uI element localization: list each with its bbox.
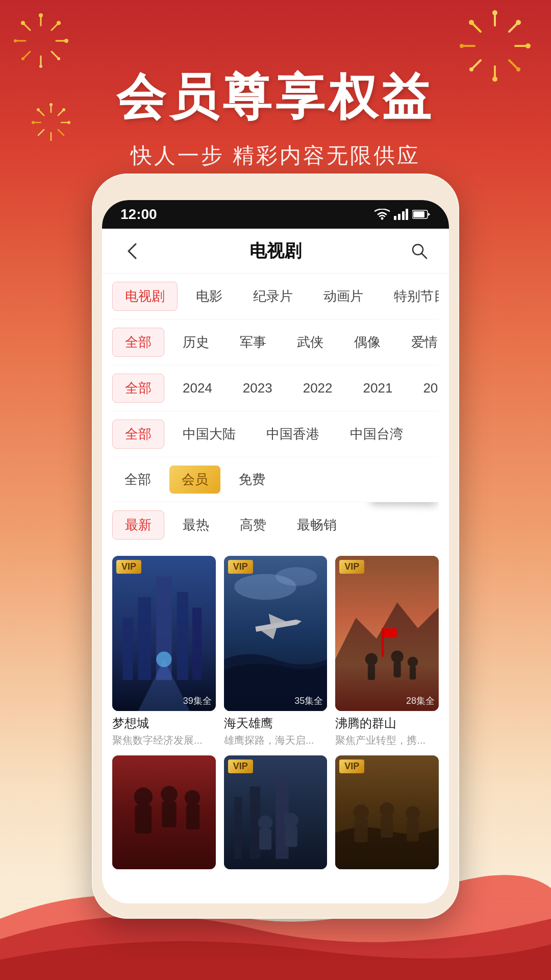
svg-point-91 <box>380 802 394 817</box>
filter-tag-all-member[interactable]: 全部 <box>112 465 163 494</box>
svg-point-76 <box>161 786 177 802</box>
back-button[interactable] <box>117 237 146 265</box>
status-time: 12:00 <box>120 206 157 223</box>
poster-6: VIP <box>335 755 439 869</box>
svg-rect-58 <box>177 592 188 680</box>
filter-tag-vip-member[interactable]: 会员 <box>169 465 220 494</box>
app-header: 电视剧 <box>102 229 449 274</box>
svg-point-69 <box>408 657 418 667</box>
svg-rect-70 <box>410 667 416 679</box>
svg-rect-56 <box>138 597 151 680</box>
svg-rect-87 <box>285 826 297 847</box>
svg-point-78 <box>185 790 200 805</box>
filter-tag-hottest[interactable]: 最热 <box>170 511 221 539</box>
card-2-vip-badge: VIP <box>228 560 253 574</box>
card-3-vip-badge: VIP <box>339 560 364 574</box>
svg-point-74 <box>134 788 153 806</box>
svg-rect-90 <box>355 819 368 843</box>
svg-rect-79 <box>186 804 199 829</box>
card-3-episode-count: 28集全 <box>406 695 435 707</box>
card-3-desc: 聚焦产业转型，携... <box>335 733 439 747</box>
filter-tag-movie[interactable]: 电影 <box>184 282 235 310</box>
filter-tag-newest[interactable]: 最新 <box>112 510 164 540</box>
filter-tag-more-years[interactable]: 20 <box>411 375 439 401</box>
content-card-5[interactable]: VIP <box>224 755 328 869</box>
content-card-4[interactable] <box>112 755 216 869</box>
svg-rect-55 <box>122 618 133 680</box>
card-1-desc: 聚焦数字经济发展... <box>112 733 216 747</box>
poster-1: VIP 39集全 <box>112 556 216 711</box>
filter-tag-free[interactable]: 免费 <box>227 465 278 494</box>
content-grid: VIP 39集全 梦想城 聚焦数字经济发展... <box>102 548 449 877</box>
svg-rect-51 <box>413 211 424 217</box>
svg-point-67 <box>391 650 404 663</box>
filter-tag-all-genre[interactable]: 全部 <box>112 328 164 357</box>
card-2-title: 海天雄鹰 <box>224 715 328 731</box>
filter-tag-idol[interactable]: 偶像 <box>342 328 393 356</box>
page-title: 电视剧 <box>249 239 302 263</box>
filter-tag-documentary[interactable]: 纪录片 <box>241 282 305 310</box>
svg-rect-66 <box>368 665 375 680</box>
svg-rect-68 <box>394 662 401 677</box>
filter-tag-bestselling[interactable]: 最畅销 <box>285 511 349 539</box>
content-card-2[interactable]: VIP 35集全 海天雄鹰 雄鹰探路，海天启... <box>224 556 328 747</box>
phone-screen: 12:00 <box>102 200 449 903</box>
sub-title: 快人一步 精彩内容无限供应 <box>131 141 420 170</box>
year-filter-row: 全部 2024 2023 2022 2021 20 <box>112 365 439 411</box>
signal-icon <box>394 209 408 220</box>
svg-point-60 <box>156 651 171 667</box>
filter-tag-tw[interactable]: 中国台湾 <box>338 420 415 448</box>
filter-tag-drama[interactable]: 电视剧 <box>112 282 178 311</box>
content-card-3[interactable]: VIP 28集全 沸腾的群山 聚焦产业转型，携... <box>335 556 439 747</box>
filter-tag-all-year[interactable]: 全部 <box>112 374 164 403</box>
poster-4 <box>112 755 216 869</box>
svg-point-45 <box>381 217 384 220</box>
card-1-vip-badge: VIP <box>116 560 141 574</box>
svg-rect-77 <box>162 801 176 827</box>
svg-point-63 <box>276 567 317 585</box>
svg-point-93 <box>406 806 420 820</box>
card-5-vip-badge: VIP <box>228 760 253 773</box>
card-1-title: 梦想城 <box>112 715 216 731</box>
phone-mockup: 12:00 <box>92 174 459 919</box>
svg-rect-72 <box>384 628 397 638</box>
content-card-1[interactable]: VIP 39集全 梦想城 聚焦数字经济发展... <box>112 556 216 747</box>
svg-rect-81 <box>234 797 242 859</box>
card-3-title: 沸腾的群山 <box>335 715 439 731</box>
svg-rect-59 <box>192 607 202 680</box>
svg-point-86 <box>284 813 298 827</box>
svg-rect-75 <box>135 805 152 834</box>
filter-tag-military[interactable]: 军事 <box>228 328 279 356</box>
svg-rect-92 <box>381 816 393 838</box>
filter-tag-2022[interactable]: 2022 <box>291 375 345 401</box>
battery-icon <box>412 209 431 219</box>
filter-tag-romance[interactable]: 爱情 <box>399 328 439 356</box>
filter-tag-2024[interactable]: 2024 <box>170 375 224 401</box>
filter-tag-animation[interactable]: 动画片 <box>311 282 375 310</box>
status-icons <box>374 209 431 220</box>
filter-tag-2023[interactable]: 2023 <box>231 375 285 401</box>
svg-point-65 <box>365 653 378 666</box>
content-card-6[interactable]: VIP <box>335 755 439 869</box>
region-filter-row: 全部 中国大陆 中国香港 中国台湾 <box>112 411 439 457</box>
poster-3: VIP 28集全 <box>335 556 439 711</box>
svg-rect-47 <box>398 214 400 220</box>
membership-filter-row: 全部 会员 免费 <box>112 457 439 502</box>
sort-filter-row: 最新 最热 高赞 最畅销 VIP <box>112 502 439 548</box>
filter-tag-hk[interactable]: 中国香港 <box>254 420 332 448</box>
svg-rect-71 <box>382 628 384 657</box>
filter-tag-mainland[interactable]: 中国大陆 <box>170 420 248 448</box>
filter-tag-2021[interactable]: 2021 <box>351 375 405 401</box>
filter-tag-all-region[interactable]: 全部 <box>112 420 164 449</box>
filter-tag-top-rated[interactable]: 高赞 <box>228 511 279 539</box>
filter-tag-special[interactable]: 特别节目 <box>382 282 439 310</box>
category-filter-row: 电视剧 电影 纪录片 动画片 特别节目 <box>112 274 439 320</box>
poster-2: VIP 35集全 <box>224 556 328 711</box>
filter-tag-wuxia[interactable]: 武侠 <box>285 328 336 356</box>
card-6-vip-badge: VIP <box>339 760 364 773</box>
filter-tag-history[interactable]: 历史 <box>170 328 221 356</box>
svg-rect-48 <box>402 211 405 220</box>
status-bar: 12:00 <box>102 200 449 229</box>
genre-filter-row: 全部 历史 军事 武侠 偶像 爱情 <box>112 320 439 365</box>
search-button[interactable] <box>405 237 434 265</box>
